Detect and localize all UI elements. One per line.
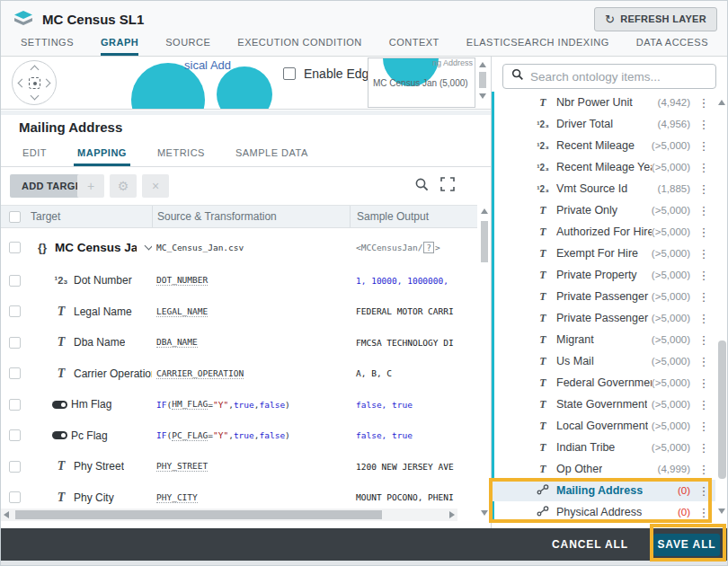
ontology-item-private-passenger[interactable]: TPrivate Passenger ...(>5,000)⋮ bbox=[492, 286, 715, 307]
table-row-dot-number[interactable]: ¹2₃Dot NumberDOT_NUMBER1, 10000, 1000000… bbox=[1, 265, 477, 296]
row-checkbox[interactable] bbox=[9, 242, 21, 253]
table-row-carrier-operation[interactable]: TCarrier OperationCARRIER_OPERATIONA, B,… bbox=[1, 358, 477, 390]
scrollbar-thumb[interactable] bbox=[481, 221, 488, 262]
source-expression[interactable]: IF(PC_FLAG = "Y", true, false) bbox=[152, 430, 350, 441]
add-icon-button[interactable]: + bbox=[77, 174, 104, 198]
kebab-menu-icon[interactable]: ⋮ bbox=[694, 161, 714, 174]
row-checkbox[interactable] bbox=[9, 305, 21, 317]
ontology-item-recent-mileage-year[interactable]: ¹2₃Recent Mileage Year(>5,000)⋮ bbox=[492, 156, 715, 178]
source-expression[interactable]: DBA_NAME bbox=[152, 337, 350, 348]
pan-up-icon[interactable] bbox=[31, 66, 40, 75]
ontology-item-indian-tribe[interactable]: TIndian Tribe(>5,000)⋮ bbox=[492, 437, 715, 458]
pan-down-icon[interactable] bbox=[31, 92, 40, 101]
ontology-item-recent-mileage[interactable]: ¹2₃Recent Mileage(>5,000)⋮ bbox=[492, 135, 715, 156]
kebab-menu-icon[interactable]: ⋮ bbox=[694, 226, 714, 239]
tab-elasticsearch-indexing[interactable]: ELASTICSEARCH INDEXING bbox=[466, 37, 609, 56]
refresh-layer-button[interactable]: ↻ REFRESH LAYER bbox=[594, 7, 717, 31]
kebab-menu-icon[interactable]: ⋮ bbox=[694, 247, 714, 261]
column-header-target[interactable]: Target bbox=[28, 210, 152, 223]
scrollbar-thumb[interactable] bbox=[15, 510, 382, 519]
kebab-menu-icon[interactable]: ⋮ bbox=[694, 139, 714, 153]
table-row-hm-flag[interactable]: Hm FlagIF(HM_FLAG = "Y", true, false)fal… bbox=[1, 389, 477, 420]
remove-icon-button[interactable]: × bbox=[142, 174, 169, 198]
table-vertical-scrollbar[interactable] bbox=[478, 205, 491, 523]
tab-settings[interactable]: SETTINGS bbox=[21, 37, 74, 56]
panel-tab-mapping[interactable]: MAPPING bbox=[74, 147, 130, 166]
gear-icon-button[interactable]: ⚙ bbox=[110, 174, 137, 198]
row-checkbox[interactable] bbox=[9, 337, 21, 349]
kebab-menu-icon[interactable]: ⋮ bbox=[694, 398, 714, 411]
column-header-source[interactable]: Source & Transformation bbox=[152, 206, 350, 227]
ontology-item-private-property[interactable]: TPrivate Property(>5,000)⋮ bbox=[492, 264, 715, 286]
source-expression[interactable]: DOT_NUMBER bbox=[152, 275, 350, 286]
kebab-menu-icon[interactable]: ⋮ bbox=[694, 269, 714, 282]
table-row-legal-name[interactable]: TLegal NameLEGAL_NAMEFEDERAL MOTOR CARRI bbox=[1, 296, 477, 328]
scroll-down-icon[interactable] bbox=[479, 93, 486, 99]
table-row-mc-census-ja[interactable]: {}MC Census JaMC_Census_Jan.csv<MCCensus… bbox=[1, 229, 477, 265]
tab-graph[interactable]: GRAPH bbox=[101, 37, 138, 56]
kebab-menu-icon[interactable]: ⋮ bbox=[694, 420, 714, 433]
scroll-left-icon[interactable] bbox=[4, 511, 9, 518]
graph-node[interactable] bbox=[217, 66, 272, 110]
panel-tab-metrics[interactable]: METRICS bbox=[154, 147, 209, 166]
cancel-all-button[interactable]: CANCEL ALL bbox=[552, 538, 628, 551]
search-input[interactable] bbox=[530, 70, 707, 84]
ontology-item-authorized-for-hire[interactable]: TAuthorized For Hire(>5,000)⋮ bbox=[492, 221, 715, 243]
scroll-up-icon[interactable] bbox=[479, 62, 486, 67]
source-expression[interactable]: PHY_STREET bbox=[152, 461, 350, 472]
table-row-pc-flag[interactable]: Pc FlagIF(PC_FLAG = "Y", true, false)fal… bbox=[1, 420, 477, 452]
table-row-phy-street[interactable]: TPhy StreetPHY_STREET1200 NEW JERSEY AVE bbox=[1, 451, 477, 482]
kebab-menu-icon[interactable]: ⋮ bbox=[694, 118, 714, 131]
ontology-item-exempt-for-hire[interactable]: TExempt For Hire(>5,000)⋮ bbox=[492, 243, 715, 264]
table-row-dba-name[interactable]: TDba NameDBA_NAMEFMCSA TECHNOLOGY DI bbox=[1, 327, 477, 358]
row-checkbox[interactable] bbox=[9, 491, 21, 503]
kebab-menu-icon[interactable]: ⋮ bbox=[694, 312, 714, 325]
kebab-menu-icon[interactable]: ⋮ bbox=[694, 333, 714, 347]
fullscreen-icon[interactable] bbox=[440, 177, 456, 192]
column-header-sample[interactable]: Sample Output bbox=[350, 206, 477, 227]
source-expression[interactable]: CARRIER_OPERATION bbox=[152, 368, 350, 379]
kebab-menu-icon[interactable]: ⋮ bbox=[694, 506, 714, 519]
scroll-down-icon[interactable] bbox=[481, 510, 488, 516]
table-row-phy-city[interactable]: TPhy CityPHY_CITYMOUNT POCONO, PHENI bbox=[1, 482, 477, 511]
source-expression[interactable]: PHY_CITY bbox=[152, 492, 350, 503]
graph-scrollbar[interactable] bbox=[477, 59, 489, 108]
tab-data-access[interactable]: DATA ACCESS bbox=[636, 37, 708, 56]
panel-tab-edit[interactable]: EDIT bbox=[19, 147, 50, 166]
ontology-item-physical-address[interactable]: Physical Address(0)⋮ bbox=[492, 501, 715, 523]
kebab-menu-icon[interactable]: ⋮ bbox=[694, 355, 714, 368]
row-checkbox[interactable] bbox=[9, 275, 21, 287]
source-expression[interactable]: MC_Census_Jan.csv bbox=[152, 243, 350, 252]
kebab-menu-icon[interactable]: ⋮ bbox=[694, 204, 714, 217]
center-focus-icon[interactable] bbox=[29, 77, 40, 89]
kebab-menu-icon[interactable]: ⋮ bbox=[694, 484, 714, 498]
select-all-checkbox[interactable] bbox=[9, 211, 21, 223]
pan-right-icon[interactable] bbox=[42, 79, 51, 88]
tab-context[interactable]: CONTEXT bbox=[389, 37, 439, 56]
kebab-menu-icon[interactable]: ⋮ bbox=[694, 441, 714, 455]
source-expression[interactable]: LEGAL_NAME bbox=[152, 306, 350, 317]
pan-control[interactable] bbox=[12, 60, 57, 105]
row-checkbox[interactable] bbox=[9, 367, 21, 379]
tab-execution-condition[interactable]: EXECUTION CONDITION bbox=[237, 37, 361, 56]
panel-tab-sample-data[interactable]: SAMPLE DATA bbox=[232, 147, 312, 166]
pan-left-icon[interactable] bbox=[18, 79, 27, 88]
graph-canvas[interactable]: sical Add Enable Edge ng Address MC Cens… bbox=[1, 57, 491, 110]
chevron-down-icon[interactable] bbox=[145, 242, 152, 251]
row-checkbox[interactable] bbox=[9, 461, 21, 473]
scrollbar-thumb[interactable] bbox=[479, 72, 486, 88]
ontology-item-us-mail[interactable]: TUs Mail(>5,000)⋮ bbox=[492, 350, 715, 372]
kebab-menu-icon[interactable]: ⋮ bbox=[694, 463, 714, 476]
row-checkbox[interactable] bbox=[9, 399, 21, 411]
ontology-item-local-government[interactable]: TLocal Government(>5,000)⋮ bbox=[492, 415, 715, 437]
kebab-menu-icon[interactable]: ⋮ bbox=[694, 376, 714, 390]
tab-source[interactable]: SOURCE bbox=[165, 37, 210, 56]
ontology-item-state-government[interactable]: TState Government(>5,000)⋮ bbox=[492, 394, 715, 415]
scroll-up-icon[interactable] bbox=[718, 100, 725, 105]
ontology-item-op-other[interactable]: TOp Other(4,999)⋮ bbox=[492, 458, 715, 480]
ontology-item-nbr-power-unit[interactable]: TNbr Power Unit(4,942)⋮ bbox=[492, 92, 715, 113]
scroll-up-icon[interactable] bbox=[481, 208, 488, 214]
kebab-menu-icon[interactable]: ⋮ bbox=[694, 96, 714, 110]
row-checkbox[interactable] bbox=[9, 429, 21, 441]
kebab-menu-icon[interactable]: ⋮ bbox=[694, 182, 714, 196]
